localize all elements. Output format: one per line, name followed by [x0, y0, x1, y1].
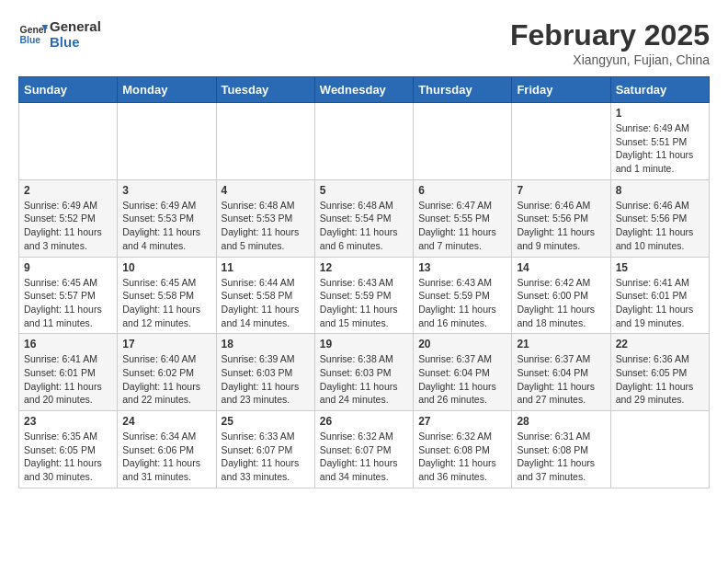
day-info: Sunrise: 6:46 AM Sunset: 5:56 PM Dayligh…: [517, 199, 605, 253]
calendar-cell: 21Sunrise: 6:37 AM Sunset: 6:04 PM Dayli…: [512, 334, 610, 411]
day-info: Sunrise: 6:32 AM Sunset: 6:08 PM Dayligh…: [418, 430, 506, 484]
calendar-cell: 2Sunrise: 6:49 AM Sunset: 5:52 PM Daylig…: [19, 179, 118, 257]
day-info: Sunrise: 6:49 AM Sunset: 5:53 PM Dayligh…: [122, 199, 210, 253]
day-info: Sunrise: 6:32 AM Sunset: 6:07 PM Dayligh…: [320, 430, 408, 484]
day-info: Sunrise: 6:45 AM Sunset: 5:58 PM Dayligh…: [122, 276, 210, 330]
day-info: Sunrise: 6:34 AM Sunset: 6:06 PM Dayligh…: [122, 430, 210, 484]
day-info: Sunrise: 6:41 AM Sunset: 6:01 PM Dayligh…: [616, 276, 704, 330]
day-number: 20: [418, 338, 506, 350]
day-of-week-header: Wednesday: [314, 77, 413, 103]
day-number: 1: [616, 107, 704, 120]
day-info: Sunrise: 6:36 AM Sunset: 6:05 PM Dayligh…: [616, 352, 704, 407]
day-info: Sunrise: 6:46 AM Sunset: 5:56 PM Dayligh…: [616, 199, 704, 253]
month-title: February 2025: [510, 18, 710, 52]
day-number: 9: [24, 261, 112, 274]
calendar-cell: 1Sunrise: 6:49 AM Sunset: 5:51 PM Daylig…: [610, 103, 709, 180]
day-info: Sunrise: 6:39 AM Sunset: 6:03 PM Dayligh…: [222, 352, 310, 407]
day-number: 26: [320, 415, 408, 428]
day-info: Sunrise: 6:42 AM Sunset: 6:00 PM Dayligh…: [517, 276, 605, 330]
day-info: Sunrise: 6:48 AM Sunset: 5:53 PM Dayligh…: [222, 199, 310, 253]
day-number: 14: [517, 261, 605, 274]
day-number: 8: [616, 184, 704, 197]
day-info: Sunrise: 6:44 AM Sunset: 5:58 PM Dayligh…: [222, 276, 310, 330]
day-number: 27: [418, 415, 506, 428]
calendar-cell: 12Sunrise: 6:43 AM Sunset: 5:59 PM Dayli…: [314, 257, 413, 334]
calendar-cell: [414, 103, 512, 180]
day-info: Sunrise: 6:45 AM Sunset: 5:57 PM Dayligh…: [24, 276, 112, 330]
calendar-cell: 9Sunrise: 6:45 AM Sunset: 5:57 PM Daylig…: [19, 257, 118, 334]
day-info: Sunrise: 6:43 AM Sunset: 5:59 PM Dayligh…: [418, 276, 506, 330]
day-number: 22: [616, 338, 704, 350]
day-of-week-header: Tuesday: [216, 77, 314, 103]
day-number: 28: [517, 415, 605, 428]
calendar-cell: 13Sunrise: 6:43 AM Sunset: 5:59 PM Dayli…: [414, 257, 512, 334]
calendar-cell: 6Sunrise: 6:47 AM Sunset: 5:55 PM Daylig…: [414, 179, 512, 257]
svg-text:Blue: Blue: [20, 35, 41, 45]
day-info: Sunrise: 6:49 AM Sunset: 5:52 PM Dayligh…: [24, 199, 112, 253]
page-header: General Blue General Blue February 2025 …: [18, 18, 710, 67]
calendar-week-row: 1Sunrise: 6:49 AM Sunset: 5:51 PM Daylig…: [19, 103, 710, 180]
day-number: 13: [418, 261, 506, 274]
calendar-week-row: 16Sunrise: 6:41 AM Sunset: 6:01 PM Dayli…: [19, 334, 710, 411]
calendar-week-row: 23Sunrise: 6:35 AM Sunset: 6:05 PM Dayli…: [19, 411, 710, 488]
calendar-header-row: SundayMondayTuesdayWednesdayThursdayFrid…: [19, 77, 710, 103]
calendar-cell: 5Sunrise: 6:48 AM Sunset: 5:54 PM Daylig…: [314, 179, 413, 257]
day-of-week-header: Saturday: [610, 77, 709, 103]
calendar-cell: [610, 411, 709, 488]
calendar-cell: 8Sunrise: 6:46 AM Sunset: 5:56 PM Daylig…: [610, 179, 709, 257]
day-info: Sunrise: 6:41 AM Sunset: 6:01 PM Dayligh…: [24, 352, 112, 407]
day-number: 12: [320, 261, 408, 274]
day-number: 21: [517, 338, 605, 350]
day-info: Sunrise: 6:49 AM Sunset: 5:51 PM Dayligh…: [616, 121, 704, 176]
day-of-week-header: Thursday: [414, 77, 512, 103]
day-number: 3: [122, 184, 210, 197]
day-of-week-header: Friday: [512, 77, 610, 103]
calendar-cell: 20Sunrise: 6:37 AM Sunset: 6:04 PM Dayli…: [414, 334, 512, 411]
day-of-week-header: Sunday: [19, 77, 118, 103]
day-number: 19: [320, 338, 408, 350]
calendar-cell: 16Sunrise: 6:41 AM Sunset: 6:01 PM Dayli…: [19, 334, 118, 411]
calendar-cell: 17Sunrise: 6:40 AM Sunset: 6:02 PM Dayli…: [118, 334, 216, 411]
day-of-week-header: Monday: [118, 77, 216, 103]
calendar-cell: 15Sunrise: 6:41 AM Sunset: 6:01 PM Dayli…: [610, 257, 709, 334]
day-info: Sunrise: 6:43 AM Sunset: 5:59 PM Dayligh…: [320, 276, 408, 330]
day-number: 2: [24, 184, 112, 197]
calendar-cell: 24Sunrise: 6:34 AM Sunset: 6:06 PM Dayli…: [118, 411, 216, 488]
day-info: Sunrise: 6:31 AM Sunset: 6:08 PM Dayligh…: [517, 430, 605, 484]
day-number: 17: [122, 338, 210, 350]
calendar-cell: 14Sunrise: 6:42 AM Sunset: 6:00 PM Dayli…: [512, 257, 610, 334]
calendar-cell: 27Sunrise: 6:32 AM Sunset: 6:08 PM Dayli…: [414, 411, 512, 488]
calendar-cell: 22Sunrise: 6:36 AM Sunset: 6:05 PM Dayli…: [610, 334, 709, 411]
calendar-week-row: 2Sunrise: 6:49 AM Sunset: 5:52 PM Daylig…: [19, 179, 710, 257]
day-info: Sunrise: 6:38 AM Sunset: 6:03 PM Dayligh…: [320, 352, 408, 407]
day-number: 7: [517, 184, 605, 197]
calendar-cell: [216, 103, 314, 180]
day-number: 18: [222, 338, 310, 350]
logo: General Blue General Blue: [18, 18, 101, 51]
calendar-cell: [118, 103, 216, 180]
calendar-cell: 10Sunrise: 6:45 AM Sunset: 5:58 PM Dayli…: [118, 257, 216, 334]
day-number: 10: [122, 261, 210, 274]
calendar-cell: 28Sunrise: 6:31 AM Sunset: 6:08 PM Dayli…: [512, 411, 610, 488]
day-number: 11: [222, 261, 310, 274]
day-info: Sunrise: 6:47 AM Sunset: 5:55 PM Dayligh…: [418, 199, 506, 253]
calendar-cell: 3Sunrise: 6:49 AM Sunset: 5:53 PM Daylig…: [118, 179, 216, 257]
logo-icon: General Blue: [18, 21, 48, 47]
calendar-cell: 18Sunrise: 6:39 AM Sunset: 6:03 PM Dayli…: [216, 334, 314, 411]
day-number: 5: [320, 184, 408, 197]
calendar-cell: [512, 103, 610, 180]
calendar-week-row: 9Sunrise: 6:45 AM Sunset: 5:57 PM Daylig…: [19, 257, 710, 334]
logo-blue: Blue: [50, 34, 80, 50]
calendar: SundayMondayTuesdayWednesdayThursdayFrid…: [18, 76, 710, 488]
calendar-cell: 25Sunrise: 6:33 AM Sunset: 6:07 PM Dayli…: [216, 411, 314, 488]
day-number: 16: [24, 338, 112, 350]
calendar-cell: 11Sunrise: 6:44 AM Sunset: 5:58 PM Dayli…: [216, 257, 314, 334]
calendar-cell: 4Sunrise: 6:48 AM Sunset: 5:53 PM Daylig…: [216, 179, 314, 257]
calendar-cell: 7Sunrise: 6:46 AM Sunset: 5:56 PM Daylig…: [512, 179, 610, 257]
day-number: 4: [222, 184, 310, 197]
calendar-cell: 26Sunrise: 6:32 AM Sunset: 6:07 PM Dayli…: [314, 411, 413, 488]
day-info: Sunrise: 6:37 AM Sunset: 6:04 PM Dayligh…: [517, 352, 605, 407]
day-info: Sunrise: 6:33 AM Sunset: 6:07 PM Dayligh…: [222, 430, 310, 484]
day-info: Sunrise: 6:37 AM Sunset: 6:04 PM Dayligh…: [418, 352, 506, 407]
calendar-cell: 23Sunrise: 6:35 AM Sunset: 6:05 PM Dayli…: [19, 411, 118, 488]
